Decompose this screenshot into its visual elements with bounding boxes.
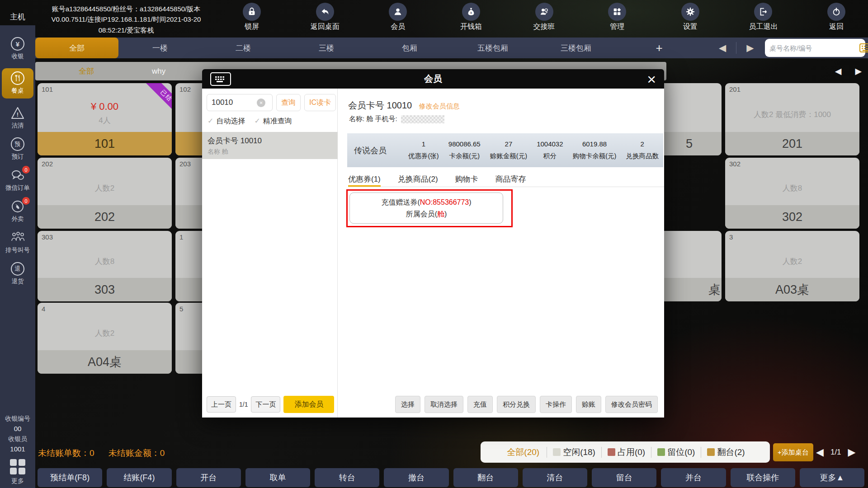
member-stats-card: 传说会员 1优惠券(张) 980086.65卡余额(元) 27赊账金额(元) 1… xyxy=(347,133,663,167)
deselect-button[interactable]: 取消选择 xyxy=(425,396,463,413)
sidebar-item-cashier[interactable]: ¥ 收银 xyxy=(2,37,33,61)
exact-query-check[interactable]: ✓精准查询 xyxy=(254,117,292,126)
points-exchange-button[interactable]: 积分兑换 xyxy=(497,396,536,413)
keyboard-icon xyxy=(859,43,868,53)
account-line: 08:52:21/爱宝客栈 xyxy=(40,25,212,35)
cash-drawer-button[interactable]: ¥ 开钱箱 xyxy=(448,3,495,36)
table-search-input[interactable] xyxy=(769,44,859,52)
sidebar-item-refund[interactable]: 退 退货 xyxy=(2,262,33,286)
floor-tab-3f-rooms[interactable]: 三楼包厢 xyxy=(534,38,618,58)
keyboard-button[interactable] xyxy=(210,72,231,86)
lock-screen-button[interactable]: 锁屏 xyxy=(228,3,275,36)
turned-swatch xyxy=(707,448,715,456)
remove-table-button[interactable]: 撤台 xyxy=(384,468,448,487)
open-table-button[interactable]: 开台 xyxy=(176,468,241,487)
table-label: 101 xyxy=(38,132,172,155)
sidebar-item-wechat-orders[interactable]: 0 微信订单 xyxy=(2,169,33,192)
clear-input-icon[interactable]: × xyxy=(257,99,265,107)
coupon-card[interactable]: 充值赠送券(NO:855366773) 所属会员(舱) xyxy=(349,192,503,224)
sidebar-item-tables[interactable]: 餐桌 xyxy=(2,68,33,99)
return-button[interactable]: 返回 xyxy=(813,3,860,36)
table-people: 人数2 最低消费：1000 xyxy=(754,109,831,120)
change-password-button[interactable]: 修改会员密码 xyxy=(605,396,658,413)
grid-next-arrow[interactable]: ▶ xyxy=(848,446,856,458)
table-cell-201[interactable]: 201 人数2 最低消费：1000 201 xyxy=(725,83,859,155)
floor-prev-arrow[interactable]: ◀ xyxy=(709,42,736,53)
check-icon: ✓ xyxy=(208,117,213,125)
sidebar-item-takeout[interactable]: 0 外卖 xyxy=(2,200,33,223)
member-search-input[interactable] xyxy=(212,98,257,107)
status-filter-turned[interactable]: 翻台(2) xyxy=(701,446,750,458)
merge-table-button[interactable]: 并台 xyxy=(661,468,726,487)
tab-exchange-goods[interactable]: 兑换商品(2) xyxy=(398,174,438,187)
recharge-button[interactable]: 充值 xyxy=(467,396,493,413)
add-table-button[interactable]: +添加桌台 xyxy=(773,443,813,461)
status-filter-all[interactable]: 全部(20) xyxy=(500,446,547,458)
area-prev-arrow[interactable]: ◀ xyxy=(835,66,842,76)
tab-goods-storage[interactable]: 商品寄存 xyxy=(495,174,526,187)
prev-page-button[interactable]: 上一页 xyxy=(207,396,236,413)
floor-tab-2f[interactable]: 二楼 xyxy=(202,38,285,58)
member-list-item[interactable]: 会员卡号 10010 名称 舱 xyxy=(202,132,338,159)
cashier-id: 1001 xyxy=(0,445,35,453)
transfer-table-button[interactable]: 转台 xyxy=(315,468,379,487)
add-floor-tab-button[interactable]: + xyxy=(618,38,701,58)
member-search-box[interactable]: × xyxy=(207,94,273,111)
turn-table-button[interactable]: 翻台 xyxy=(453,468,518,487)
select-button[interactable]: 选择 xyxy=(395,396,420,413)
table-cell-303[interactable]: 303 人数8 303 xyxy=(38,231,172,301)
staff-logout-button[interactable]: 员工退出 xyxy=(740,3,787,36)
tab-shopping-card[interactable]: 购物卡 xyxy=(455,174,478,187)
table-cell-302[interactable]: 302 人数8 302 xyxy=(725,158,859,229)
status-filter-free[interactable]: 空闲(18) xyxy=(547,446,601,458)
query-button[interactable]: 查询 xyxy=(276,94,301,111)
sidebar-item-queue[interactable]: 排号叫号 xyxy=(2,231,33,254)
floor-tab-3f[interactable]: 三楼 xyxy=(285,38,368,58)
hold-table-button[interactable]: 留台 xyxy=(592,468,656,487)
get-order-button[interactable]: 取单 xyxy=(245,468,310,487)
auto-select-check[interactable]: ✓自动选择 xyxy=(208,117,245,126)
next-page-button[interactable]: 下一页 xyxy=(251,396,280,413)
area-next-arrow[interactable]: ▶ xyxy=(855,66,862,76)
joint-operation-button[interactable]: 联合操作 xyxy=(731,468,795,487)
floor-tab-all[interactable]: 全部 xyxy=(35,38,118,58)
status-filter-occupied[interactable]: 占用(0) xyxy=(602,446,651,458)
sidebar-item-reservation[interactable]: 预 预订 xyxy=(2,137,33,161)
clear-table-button[interactable]: 清台 xyxy=(523,468,587,487)
table-label: 201 xyxy=(725,132,859,155)
coupon-number: NO:855366773 xyxy=(420,198,469,206)
credit-button[interactable]: 赊账 xyxy=(576,396,601,413)
table-cell-a04[interactable]: 4 人数2 A04桌 xyxy=(38,303,172,374)
return-desktop-button[interactable]: 返回桌面 xyxy=(302,3,349,36)
card-operation-button[interactable]: 卡操作 xyxy=(540,396,572,413)
close-icon[interactable]: × xyxy=(647,69,656,89)
table-cell-101[interactable]: 101 ¥ 0.00 4人 101 已结 xyxy=(38,83,172,155)
edit-member-link[interactable]: 修改会员信息 xyxy=(419,102,460,110)
area-filter-all[interactable]: 全部 xyxy=(79,66,94,76)
add-member-button[interactable]: 添加会员 xyxy=(283,396,334,413)
member-icon xyxy=(393,7,403,17)
floor-tab-1f[interactable]: 一楼 xyxy=(118,38,202,58)
floor-tab-5f-rooms[interactable]: 五楼包厢 xyxy=(451,38,534,58)
area-filter-why[interactable]: why xyxy=(152,67,165,76)
member-button[interactable]: 会员 xyxy=(374,3,421,36)
tab-coupons[interactable]: 优惠券(1) xyxy=(348,174,381,187)
shift-change-button[interactable]: 交接班 xyxy=(521,3,568,36)
more-button[interactable]: 更多 xyxy=(0,459,35,485)
sidebar-item-soldout[interactable]: ! 沽清 xyxy=(2,106,33,130)
table-cell-202[interactable]: 202 人数2 202 xyxy=(38,158,172,229)
member-detail-tabs: 优惠券(1) 兑换商品(2) 购物卡 商品寄存 xyxy=(348,174,664,187)
grid-prev-arrow[interactable]: ◀ xyxy=(816,446,824,458)
table-cell-a03[interactable]: 3 人数2 A03桌 xyxy=(725,231,859,301)
pre-bill-button[interactable]: 预结单(F8) xyxy=(38,468,102,487)
status-filter-reserved[interactable]: 留位(0) xyxy=(651,446,701,458)
manage-button[interactable]: 管理 xyxy=(594,3,641,36)
ic-read-button[interactable]: IC读卡 xyxy=(304,94,336,111)
cashier-label: 收银员 xyxy=(0,435,35,443)
checkout-button[interactable]: 结账(F4) xyxy=(107,468,171,487)
table-search-box[interactable] xyxy=(765,39,865,57)
floor-next-arrow[interactable]: ▶ xyxy=(736,42,764,53)
settings-button[interactable]: 设置 xyxy=(667,3,714,36)
more-actions-button[interactable]: 更多▲ xyxy=(800,468,864,487)
floor-tab-rooms[interactable]: 包厢 xyxy=(368,38,451,58)
